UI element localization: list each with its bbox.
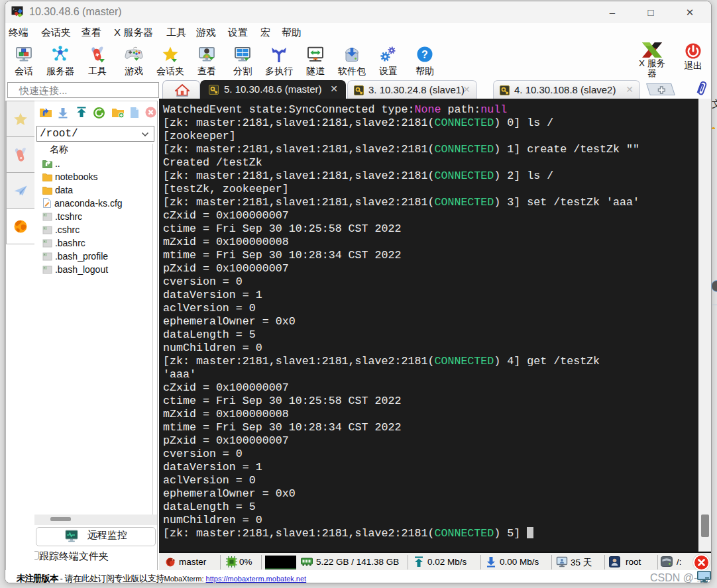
- svg-text:?: ?: [421, 49, 428, 60]
